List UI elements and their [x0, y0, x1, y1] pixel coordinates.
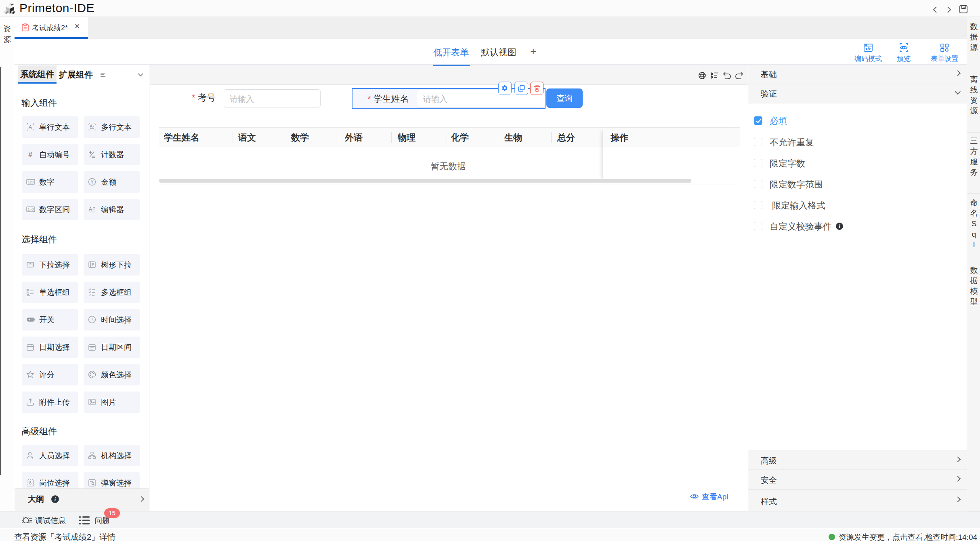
- svg-text:8: 8: [29, 481, 31, 485]
- svg-text:A: A: [90, 124, 92, 128]
- svg-text:123: 123: [28, 180, 34, 184]
- svg-text:A: A: [29, 124, 32, 130]
- svg-text:¥: ¥: [90, 179, 94, 185]
- svg-text:1~3: 1~3: [28, 207, 34, 211]
- svg-text:#: #: [28, 151, 32, 158]
- svg-text:A: A: [89, 206, 92, 212]
